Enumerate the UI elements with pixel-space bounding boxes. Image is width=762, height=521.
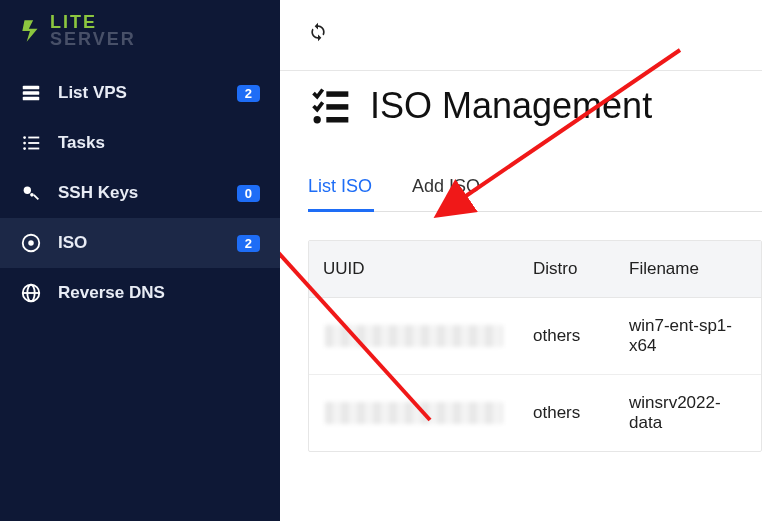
table-header: UUID Distro Filename — [309, 241, 761, 298]
sidebar-item-list-vps[interactable]: List VPS 2 — [0, 68, 280, 118]
key-icon — [20, 182, 42, 204]
iso-table: UUID Distro Filename others win7-ent-sp1… — [308, 240, 762, 452]
logo-icon — [18, 18, 44, 44]
nav: List VPS 2 Tasks SSH Keys 0 ISO 2 — [0, 68, 280, 318]
svg-rect-2 — [23, 97, 40, 101]
sidebar-item-tasks[interactable]: Tasks — [0, 118, 280, 168]
sidebar-item-reverse-dns[interactable]: Reverse DNS — [0, 268, 280, 318]
globe-icon — [20, 282, 42, 304]
disc-icon — [20, 232, 42, 254]
cell-distro: others — [519, 308, 615, 364]
sidebar-badge: 2 — [237, 235, 260, 252]
svg-point-9 — [24, 187, 31, 194]
sidebar-item-label: Reverse DNS — [58, 283, 260, 303]
sidebar-item-label: List VPS — [58, 83, 221, 103]
page-title: ISO Management — [370, 85, 652, 127]
redacted-text — [325, 325, 503, 347]
svg-point-10 — [30, 193, 34, 197]
tasks-icon — [20, 132, 42, 154]
svg-rect-8 — [28, 148, 39, 150]
svg-point-7 — [23, 147, 26, 150]
svg-rect-16 — [326, 104, 348, 110]
svg-rect-4 — [28, 137, 39, 139]
sidebar-badge: 2 — [237, 85, 260, 102]
refresh-button[interactable] — [308, 22, 762, 46]
tab-add-iso[interactable]: Add ISO — [412, 176, 480, 211]
svg-point-3 — [23, 136, 26, 139]
sidebar-badge: 0 — [237, 185, 260, 202]
cell-uuid — [309, 384, 519, 442]
svg-point-18 — [314, 116, 321, 123]
svg-rect-15 — [326, 91, 348, 97]
divider — [280, 70, 762, 71]
cell-uuid — [309, 307, 519, 365]
server-icon — [20, 82, 42, 104]
logo: LITE SERVER — [0, 0, 280, 62]
checklist-icon — [308, 84, 352, 128]
main: ISO Management List ISO Add ISO UUID Dis… — [280, 0, 762, 521]
redacted-text — [325, 402, 503, 424]
cell-filename: winsrv2022-data — [615, 375, 761, 451]
th-distro: Distro — [519, 241, 615, 297]
sidebar-item-iso[interactable]: ISO 2 — [0, 218, 280, 268]
table-row: others winsrv2022-data — [309, 375, 761, 451]
svg-rect-1 — [23, 91, 40, 95]
logo-text: LITE SERVER — [50, 14, 136, 48]
table-row: others win7-ent-sp1-x64 — [309, 298, 761, 375]
svg-rect-17 — [326, 117, 348, 123]
cell-distro: others — [519, 385, 615, 441]
sidebar-item-ssh-keys[interactable]: SSH Keys 0 — [0, 168, 280, 218]
svg-point-12 — [28, 240, 34, 246]
refresh-icon — [308, 22, 328, 42]
svg-point-5 — [23, 142, 26, 145]
sidebar-item-label: SSH Keys — [58, 183, 221, 203]
sidebar-item-label: ISO — [58, 233, 221, 253]
cell-filename: win7-ent-sp1-x64 — [615, 298, 761, 374]
th-uuid: UUID — [309, 241, 519, 297]
sidebar: LITE SERVER List VPS 2 Tasks SSH Keys 0 — [0, 0, 280, 521]
tabs: List ISO Add ISO — [308, 176, 762, 212]
svg-rect-0 — [23, 86, 40, 90]
sidebar-item-label: Tasks — [58, 133, 260, 153]
tab-list-iso[interactable]: List ISO — [308, 176, 372, 211]
page-header: ISO Management — [308, 84, 762, 128]
th-filename: Filename — [615, 241, 761, 297]
svg-rect-6 — [28, 142, 39, 144]
